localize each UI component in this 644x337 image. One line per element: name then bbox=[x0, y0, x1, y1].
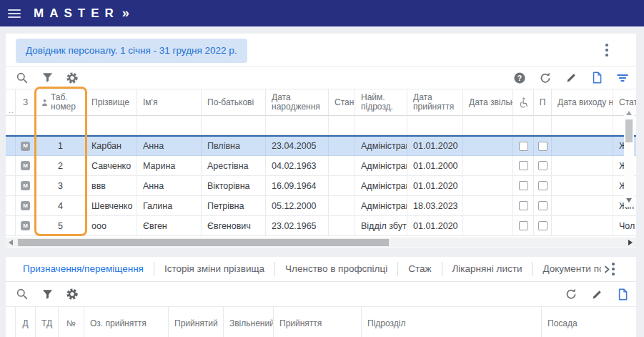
scroll-up-arrow-icon[interactable] bbox=[626, 111, 632, 115]
vertical-scrollbar[interactable] bbox=[624, 108, 634, 207]
tab-union-membership[interactable]: Членство в профспілці bbox=[275, 262, 397, 276]
settings-gear-icon[interactable] bbox=[66, 288, 79, 301]
title-kebab-menu-icon[interactable] bbox=[602, 44, 612, 57]
cell-last-name: ооо bbox=[86, 216, 137, 236]
col-header-z[interactable]: З bbox=[16, 89, 36, 116]
col-header-birth-date[interactable]: Дата народження bbox=[266, 89, 329, 116]
app-window: MASTER » Довідник персоналу. 1 січня - 3… bbox=[0, 0, 644, 337]
disability-checkbox[interactable] bbox=[519, 181, 528, 190]
search-icon[interactable] bbox=[16, 72, 29, 84]
cell-birth-date: 23.04.2005 bbox=[266, 137, 329, 156]
horizontal-scroll-thumb[interactable] bbox=[18, 239, 389, 246]
cell-hire-date: 01.01.2000 bbox=[407, 156, 463, 176]
col-header-exit-date[interactable]: Дата виходу н bbox=[552, 89, 613, 116]
filter-icon[interactable] bbox=[41, 288, 54, 301]
tab-seniority[interactable]: Стаж bbox=[398, 262, 441, 276]
detail-table-header: ... Д ТД № Оз. прийняття Прийнятий Звіль… bbox=[6, 306, 636, 337]
col-header-no[interactable]: № bbox=[59, 307, 84, 337]
cell-first-name: Марина bbox=[137, 156, 202, 176]
refresh-icon[interactable] bbox=[565, 288, 578, 301]
p-checkbox[interactable] bbox=[538, 161, 548, 170]
title-row: Довідник персоналу. 1 січня - 31 грудня … bbox=[6, 34, 636, 67]
col-header-position[interactable]: Посада bbox=[542, 307, 636, 337]
settings-gear-icon[interactable] bbox=[66, 72, 79, 84]
filter-icon[interactable] bbox=[41, 72, 54, 84]
cell-first-name: Анна bbox=[137, 137, 202, 156]
col-header-state[interactable]: Стан н bbox=[329, 89, 355, 116]
col-header-disability[interactable] bbox=[513, 89, 534, 116]
col-header-corner[interactable]: ... bbox=[6, 89, 16, 116]
record-type-badge: M bbox=[21, 161, 30, 170]
help-icon[interactable]: ? bbox=[513, 72, 526, 84]
table-row[interactable]: M 4 Шевченко Галина Петрівна 05.12.2000 … bbox=[6, 196, 636, 216]
col-header-d[interactable]: Д bbox=[16, 307, 36, 337]
cell-tab-number: 4 bbox=[36, 196, 86, 216]
p-checkbox[interactable] bbox=[538, 142, 548, 151]
tab-average-earnings-docs[interactable]: Документи по середнь bbox=[532, 262, 601, 276]
filter-row[interactable] bbox=[6, 116, 636, 135]
scroll-right-arrow-icon[interactable] bbox=[628, 240, 633, 245]
p-checkbox[interactable] bbox=[538, 221, 548, 230]
app-logo: MASTER bbox=[34, 6, 119, 21]
search-icon[interactable] bbox=[16, 288, 29, 301]
table-row[interactable]: M 3 ввв Анна Вікторівна 16.09.1964 Адмін… bbox=[6, 176, 636, 196]
col-header-middle-name[interactable]: По-батькові bbox=[202, 89, 266, 116]
table-row[interactable]: M 2 Савченко Марина Арестівна 04.02.1963… bbox=[6, 156, 636, 176]
detail-panel: Призначення/переміщення Історія зміни пр… bbox=[6, 257, 636, 337]
table-row[interactable]: M 5 ооо Євген Євгенович 23.02.1965 Відді… bbox=[6, 216, 636, 236]
col-header-first-name[interactable]: Ім'я bbox=[137, 89, 202, 116]
col-header-dismiss-date[interactable]: Дата звільнен bbox=[463, 89, 513, 116]
disability-checkbox[interactable] bbox=[519, 221, 528, 230]
col-header-dismissed[interactable]: Звільнений bbox=[224, 307, 274, 337]
new-document-icon[interactable] bbox=[616, 288, 629, 301]
cell-last-name: Савченко bbox=[86, 156, 137, 176]
disability-checkbox[interactable] bbox=[519, 201, 528, 210]
p-checkbox[interactable] bbox=[538, 181, 548, 190]
new-document-icon[interactable] bbox=[590, 72, 603, 84]
col-header-tab-number[interactable]: Таб. номер bbox=[36, 89, 86, 116]
wheelchair-icon bbox=[518, 97, 528, 108]
tab-assignments[interactable]: Призначення/переміщення bbox=[13, 262, 154, 276]
detail-toolbar bbox=[6, 282, 636, 306]
cell-tab-number: 5 bbox=[36, 216, 86, 236]
cell-hire-dept: Відділ збуту bbox=[355, 216, 407, 236]
page-title[interactable]: Довідник персоналу. 1 січня - 31 грудня … bbox=[16, 39, 247, 63]
col-header-department[interactable]: Підрозділ bbox=[362, 307, 542, 337]
cell-first-name: Євген bbox=[137, 216, 202, 236]
edit-pencil-icon[interactable] bbox=[565, 72, 578, 84]
cell-gender: Чол bbox=[613, 216, 636, 236]
col-header-hire-date[interactable]: Дата прийняття bbox=[407, 89, 463, 116]
table-row[interactable]: M 1 Карбан Анна Пвлівна 23.04.2005 Адмін… bbox=[6, 135, 636, 156]
vertical-scroll-thumb[interactable] bbox=[625, 119, 633, 142]
scroll-left-arrow-icon[interactable] bbox=[9, 240, 13, 245]
col-header-td[interactable]: ТД bbox=[36, 307, 59, 337]
col-header-corner[interactable]: ... bbox=[6, 307, 16, 337]
col-header-hiring[interactable]: Прийняття bbox=[274, 307, 362, 337]
col-header-hired[interactable]: Прийнятий bbox=[169, 307, 224, 337]
cell-hire-date: 01.01.2020 bbox=[407, 176, 463, 196]
p-checkbox[interactable] bbox=[538, 201, 548, 210]
disability-checkbox[interactable] bbox=[519, 142, 528, 151]
tabs-kebab-menu-icon[interactable] bbox=[610, 263, 616, 275]
edit-pencil-icon[interactable] bbox=[590, 288, 603, 301]
scroll-down-arrow-icon[interactable] bbox=[626, 198, 632, 202]
detail-tabs: Призначення/переміщення Історія зміни пр… bbox=[6, 257, 636, 282]
cell-tab-number: 1 bbox=[36, 137, 86, 156]
hamburger-menu-icon[interactable] bbox=[8, 9, 21, 18]
tab-sick-leaves[interactable]: Лікарняні листи bbox=[442, 262, 532, 276]
col-header-last-name[interactable]: Прізвище bbox=[86, 89, 137, 116]
cell-hire-dept: Адміністрація bbox=[355, 176, 407, 196]
col-header-oz[interactable]: Оз. прийняття bbox=[84, 307, 169, 337]
horizontal-scrollbar[interactable] bbox=[6, 238, 636, 248]
cell-birth-date: 04.02.1963 bbox=[266, 156, 329, 176]
col-header-p[interactable]: П bbox=[534, 89, 552, 116]
cell-hire-dept: Адміністрація bbox=[355, 156, 407, 176]
sort-filter-icon[interactable] bbox=[616, 72, 629, 84]
record-type-badge: M bbox=[21, 201, 30, 210]
tab-surname-history[interactable]: Історія зміни прізвища bbox=[154, 262, 274, 276]
disability-checkbox[interactable] bbox=[519, 161, 528, 170]
refresh-icon[interactable] bbox=[539, 72, 552, 84]
col-header-hire-dept[interactable]: Найм. підрозд. bbox=[355, 89, 407, 116]
tabs-overflow-chevron-icon[interactable] bbox=[604, 263, 610, 275]
cell-hire-dept: Адміністрація bbox=[355, 196, 407, 216]
